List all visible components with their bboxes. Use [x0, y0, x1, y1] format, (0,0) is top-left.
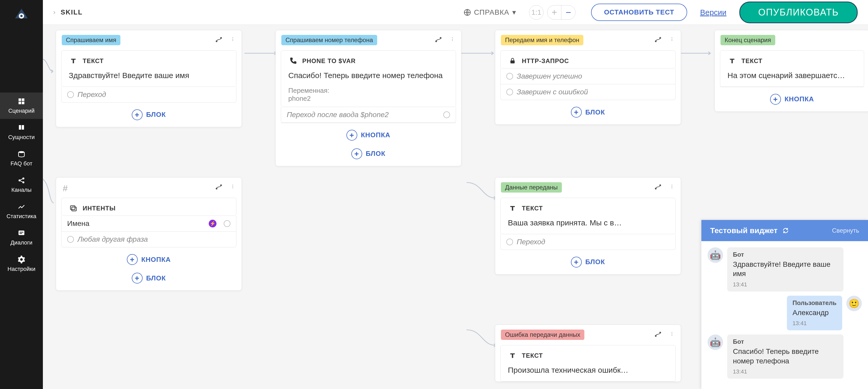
- node-ask-name[interactable]: Спрашиваем имя ⋮ ТЕКСТ Здравствуйте! Вве…: [56, 30, 242, 127]
- add-block-button[interactable]: + БЛОК: [495, 100, 681, 124]
- block-body: Ваша заявка принята. Мы с в…: [501, 215, 675, 234]
- svg-point-27: [660, 185, 661, 186]
- add-button-button[interactable]: + КНОПКА: [61, 247, 237, 272]
- svg-point-29: [660, 332, 661, 333]
- sidebar-item-stats[interactable]: Статистика: [0, 198, 43, 225]
- node-tag[interactable]: Данные переданы: [501, 182, 562, 192]
- node-tag[interactable]: Спрашиваем номер телефона: [281, 35, 377, 45]
- sidebar-item-entities[interactable]: Сущности: [0, 119, 43, 145]
- add-block-button[interactable]: + БЛОК: [56, 272, 242, 290]
- block-http[interactable]: HTTP-ЗАПРОС: [500, 51, 676, 68]
- node-data-sent[interactable]: Данные переданы ⋮ ТЕКСТ Ваша заявка прин…: [495, 177, 681, 274]
- block-intents[interactable]: ИНТЕНТЫ: [61, 198, 237, 216]
- sidebar: Сценарий Сущности FAQ бот Каналы Статист…: [0, 0, 43, 389]
- zoom-out-button[interactable]: −: [561, 5, 575, 20]
- more-icon[interactable]: ⋮: [668, 330, 676, 338]
- sidebar-item-settings[interactable]: Настройки: [0, 251, 43, 277]
- port-icon[interactable]: [506, 73, 513, 80]
- sidebar-item-dialogs[interactable]: Диалоги: [0, 225, 43, 251]
- transition-error[interactable]: Завершен с ошибкой: [500, 84, 676, 100]
- breadcrumb-label: SKILL: [61, 8, 83, 16]
- publish-button[interactable]: ОПУБЛИКОВАТЬ: [739, 2, 858, 23]
- block-text[interactable]: ТЕКСТ На этом сценарий завершаетс…: [720, 51, 864, 87]
- svg-rect-19: [70, 206, 75, 210]
- arrow-icon: [461, 43, 495, 64]
- sidebar-item-channels[interactable]: Каналы: [0, 172, 43, 198]
- versions-link[interactable]: Версии: [700, 8, 726, 17]
- node-send-name-phone[interactable]: Передаем имя и телефон ⋮ HTTP-ЗАПРОС Зав…: [495, 30, 681, 125]
- more-icon[interactable]: ⋮: [228, 35, 237, 43]
- app-logo[interactable]: [11, 5, 32, 25]
- route-icon[interactable]: [654, 182, 662, 190]
- node-tag[interactable]: Ошибка передачи данных: [501, 330, 584, 340]
- zoom-reset-button[interactable]: 1:1: [529, 5, 544, 20]
- node-tag[interactable]: Конец сценария: [720, 35, 775, 45]
- svg-rect-25: [510, 60, 515, 64]
- phone-icon: [288, 56, 298, 66]
- plus-icon: +: [132, 109, 143, 120]
- block-phone-to-var[interactable]: PHONE TO $VAR Спасибо! Теперь введите но…: [281, 51, 456, 107]
- add-block-button[interactable]: + БЛОК: [56, 102, 242, 127]
- port-icon[interactable]: [506, 89, 513, 95]
- route-icon[interactable]: [654, 330, 662, 338]
- intent-label: Имена: [67, 219, 205, 228]
- sender-label: Бот: [733, 338, 838, 345]
- sidebar-item-label: Каналы: [11, 187, 32, 193]
- sidebar-item-label: Сущности: [8, 134, 35, 141]
- port-icon[interactable]: [224, 220, 230, 227]
- transition-row-any[interactable]: Любая другая фраза: [61, 232, 237, 247]
- block-type-label: HTTP-ЗАПРОС: [522, 57, 569, 65]
- node-tag[interactable]: Передаем имя и телефон: [501, 35, 583, 45]
- add-block-button[interactable]: + БЛОК: [276, 147, 461, 166]
- port-icon[interactable]: [443, 111, 450, 118]
- stop-test-button[interactable]: ОСТАНОВИТЬ ТЕСТ: [591, 4, 687, 21]
- node-tag[interactable]: Спрашиваем имя: [62, 35, 120, 45]
- refresh-icon[interactable]: [782, 227, 789, 234]
- transition-row[interactable]: Переход: [61, 87, 237, 102]
- more-icon[interactable]: ⋮: [668, 35, 676, 43]
- svg-rect-20: [72, 207, 76, 211]
- route-icon[interactable]: [215, 182, 223, 190]
- block-text[interactable]: ТЕКСТ Ваша заявка принята. Мы с в…: [500, 198, 676, 234]
- block-body: Здравствуйте! Введите ваше имя: [61, 68, 236, 87]
- more-icon[interactable]: ⋮: [448, 35, 457, 43]
- sidebar-item-scenario[interactable]: Сценарий: [0, 93, 43, 119]
- add-block-button[interactable]: + БЛОК: [495, 250, 681, 274]
- node-send-error[interactable]: Ошибка передачи данных ⋮ ТЕКСТ Произошла…: [495, 325, 681, 382]
- route-icon[interactable]: [215, 35, 223, 43]
- add-button-button[interactable]: + КНОПКА: [281, 123, 456, 147]
- breadcrumb[interactable]: › SKILL: [53, 8, 83, 16]
- sidebar-item-faqbot[interactable]: FAQ бот: [0, 145, 43, 172]
- route-icon[interactable]: [434, 35, 442, 43]
- transition-label: Завершен с ошибкой: [517, 88, 670, 96]
- intent-row[interactable]: Имена ⚡: [61, 216, 237, 232]
- transition-ok[interactable]: Завершен успешно: [500, 68, 676, 84]
- block-text[interactable]: ТЕКСТ Произошла техническая ошибк…: [500, 345, 676, 382]
- transition-after-input[interactable]: Переход после ввода $phone2: [281, 107, 456, 123]
- node-ask-phone[interactable]: Спрашиваем номер телефона ⋮ PHONE TO $VA…: [275, 30, 461, 166]
- port-icon[interactable]: [67, 236, 74, 243]
- node-hash[interactable]: # ⋮ ИНТЕНТЫ Имена ⚡ Любая другая фраза +…: [56, 177, 242, 291]
- node-end[interactable]: Конец сценария ТЕКСТ На этом сценарий за…: [715, 30, 868, 112]
- port-icon[interactable]: [506, 239, 513, 245]
- zoom-in-button[interactable]: +: [548, 5, 561, 20]
- port-icon[interactable]: [67, 91, 74, 98]
- help-link[interactable]: СПРАВКА ▾: [464, 8, 517, 17]
- add-button-button[interactable]: + КНОПКА: [720, 87, 864, 111]
- block-type-label: ТЕКСТ: [741, 57, 762, 65]
- collapse-button[interactable]: Свернуть: [832, 227, 859, 234]
- svg-rect-11: [19, 231, 25, 235]
- bolt-icon: ⚡: [209, 220, 216, 228]
- block-type-label: ТЕКСТ: [522, 205, 543, 212]
- message-text: Здравствуйте! Введите ваше имя: [733, 260, 838, 279]
- text-icon: [69, 56, 78, 66]
- plus-icon: +: [571, 257, 582, 268]
- transition-label: Переход: [517, 238, 670, 246]
- more-icon[interactable]: ⋮: [668, 182, 676, 190]
- transition-row[interactable]: Переход: [500, 234, 676, 250]
- block-text[interactable]: ТЕКСТ Здравствуйте! Введите ваше имя: [61, 51, 237, 87]
- more-icon[interactable]: ⋮: [228, 182, 237, 190]
- route-icon[interactable]: [654, 35, 662, 43]
- node-tag-hash[interactable]: #: [63, 183, 68, 193]
- message-time: 13:41: [793, 320, 836, 327]
